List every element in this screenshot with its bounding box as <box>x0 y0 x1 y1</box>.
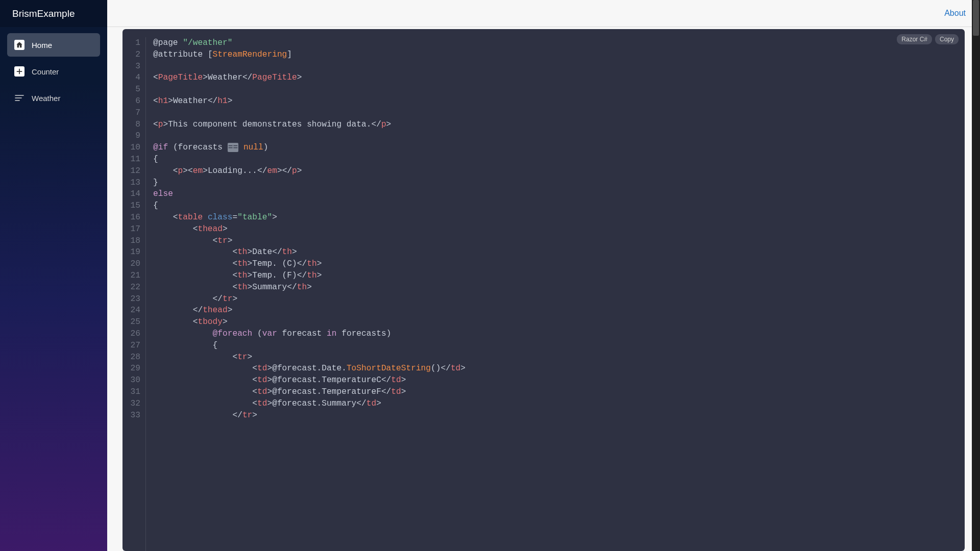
about-link[interactable]: About <box>944 9 966 18</box>
code-block: Razor C# Copy 12345678910111213141516171… <box>122 29 965 551</box>
content: Razor C# Copy 12345678910111213141516171… <box>107 27 980 551</box>
sidebar-item-label: Counter <box>32 67 59 76</box>
topbar: About <box>107 0 980 27</box>
code-lines: @page "/weather" @attribute [StreamRende… <box>146 37 465 551</box>
sidebar: BrismExample Home Counter Weather <box>0 0 107 551</box>
sidebar-item-label: Weather <box>32 94 60 103</box>
language-badge: Razor C# <box>897 34 932 44</box>
scrollbar-track[interactable] <box>972 0 980 551</box>
list-icon <box>14 93 24 103</box>
brand-title: BrismExample <box>0 0 107 27</box>
line-gutter: 1234567891011121314151617181920212223242… <box>122 37 146 551</box>
sidebar-item-weather[interactable]: Weather <box>7 86 100 110</box>
scrollbar-thumb[interactable] <box>973 0 979 36</box>
home-icon <box>14 40 24 50</box>
sidebar-item-label: Home <box>32 41 52 49</box>
sidebar-item-home[interactable]: Home <box>7 33 100 57</box>
plus-icon <box>14 66 24 77</box>
copy-button[interactable]: Copy <box>935 34 959 44</box>
main: About Razor C# Copy 12345678910111213141… <box>107 0 980 551</box>
sidebar-item-counter[interactable]: Counter <box>7 60 100 83</box>
nav: Home Counter Weather <box>0 27 107 116</box>
